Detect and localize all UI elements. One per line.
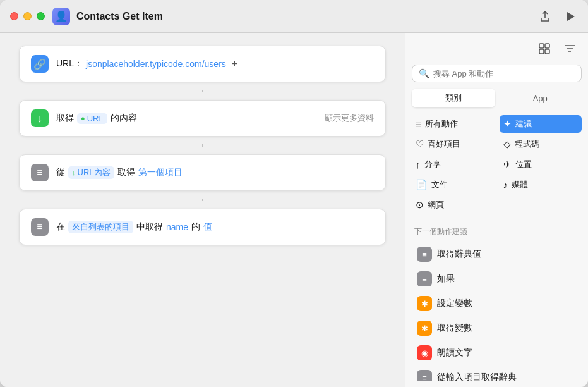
fetch-card-icon: ↓: [31, 109, 49, 127]
first-item-link[interactable]: 第一個項目: [138, 167, 183, 178]
library-button[interactable]: [535, 39, 554, 58]
suggestion-if[interactable]: ≡ 如果: [412, 267, 582, 291]
get-value-icon: ≡: [31, 218, 49, 236]
sug-get-dict-input-icon: ≡: [417, 370, 432, 381]
first-item-content: 從 ↓URL內容 取得 第一個項目: [56, 166, 374, 179]
right-panel: 🔍 類別 App ≡ 所有動作 ✦ 建議 ♡ 喜好: [405, 33, 588, 387]
title-actions: [537, 9, 578, 24]
cat-share[interactable]: ↑ 分享: [412, 156, 495, 173]
cat-share-label: 分享: [424, 159, 441, 170]
cat-favorites-icon: ♡: [416, 138, 424, 150]
suggestion-get-dict-input[interactable]: ≡ 從輸入項目取得辭典: [412, 366, 582, 381]
tab-app[interactable]: App: [499, 89, 582, 108]
svg-rect-2: [545, 44, 549, 48]
fetch-more-link[interactable]: 顯示更多資料: [325, 113, 374, 124]
cat-favorites[interactable]: ♡ 喜好項目: [412, 135, 495, 153]
sug-if-icon: ≡: [417, 271, 432, 286]
cat-location[interactable]: ✈ 位置: [500, 156, 582, 173]
sug-get-dict-icon: ≡: [417, 247, 432, 262]
minimize-button[interactable]: [23, 12, 32, 20]
sug-set-var-icon: ✱: [417, 296, 432, 311]
cat-scripts-icon: ◇: [503, 138, 511, 150]
cat-suggested-label: 建議: [515, 118, 532, 130]
maximize-button[interactable]: [37, 12, 45, 20]
svg-marker-0: [567, 12, 575, 21]
search-bar[interactable]: 🔍: [412, 64, 582, 82]
fetch-url-tag[interactable]: ●URL: [77, 113, 107, 124]
tab-row: 類別 App: [412, 89, 582, 108]
title-bar: 👤 Contacts Get Item: [0, 0, 588, 33]
fetch-card[interactable]: ↓ 取得 ●URL 的內容 顯示更多資料: [19, 100, 386, 137]
get-value-card[interactable]: ≡ 在 來自列表的項目 中取得 name 的 值: [19, 209, 386, 245]
sug-set-var-label: 設定變數: [437, 298, 472, 309]
get-value-link[interactable]: 值: [203, 221, 212, 233]
suggestion-list: ≡ 取得辭典值 ≡ 如果 ✱ 設定變數 ✱ 取得變數 ◉ 朗讀文字: [412, 242, 582, 381]
sug-get-dict-input-label: 從輸入項目取得辭典: [437, 372, 517, 381]
get-label-in: 在: [56, 221, 65, 233]
url-value[interactable]: jsonplaceholder.typicode.com/users: [86, 59, 226, 69]
cat-web[interactable]: ⊙ 網頁: [412, 196, 495, 214]
suggestion-set-var[interactable]: ✱ 設定變數: [412, 292, 582, 316]
fetch-card-content: 取得 ●URL 的內容: [56, 113, 317, 124]
sug-if-label: 如果: [437, 273, 455, 285]
get-label-mid: 中取得: [136, 221, 163, 233]
cat-suggested[interactable]: ✦ 建議: [500, 115, 582, 133]
cat-share-icon: ↑: [416, 159, 421, 170]
main-window: 👤 Contacts Get Item 🔗 URL：: [0, 0, 588, 387]
sug-get-var-icon: ✱: [417, 321, 432, 336]
cat-media[interactable]: ♪ 媒體: [500, 176, 582, 194]
fetch-label-after: 的內容: [111, 113, 137, 124]
url-plus[interactable]: +: [232, 58, 237, 70]
sug-get-var-label: 取得變數: [437, 322, 472, 334]
suggestion-speak[interactable]: ◉ 朗讀文字: [412, 341, 582, 365]
first-item-icon: ≡: [31, 164, 49, 181]
first-url-tag[interactable]: ↓URL內容: [68, 166, 114, 179]
close-button[interactable]: [10, 12, 18, 20]
play-button[interactable]: [563, 9, 578, 24]
svg-rect-3: [539, 49, 544, 54]
url-card-content: URL： jsonplaceholder.typicode.com/users …: [56, 58, 374, 70]
get-name-link[interactable]: name: [166, 222, 188, 232]
cat-documents-icon: 📄: [416, 179, 428, 190]
filter-button[interactable]: [560, 39, 579, 58]
cat-all-icon: ≡: [416, 119, 421, 130]
svg-rect-1: [539, 44, 544, 48]
suggestion-get-var[interactable]: ✱ 取得變數: [412, 316, 582, 340]
main-content: 🔗 URL： jsonplaceholder.typicode.com/user…: [0, 33, 588, 387]
cat-media-icon: ♪: [503, 180, 508, 190]
suggestion-get-dict[interactable]: ≡ 取得辭典值: [412, 242, 582, 266]
cat-favorites-label: 喜好項目: [428, 138, 460, 150]
app-icon: 👤: [52, 8, 70, 25]
cat-documents[interactable]: 📄 文件: [412, 176, 495, 194]
sug-speak-label: 朗讀文字: [437, 347, 472, 359]
share-button[interactable]: [537, 9, 553, 24]
url-card[interactable]: 🔗 URL： jsonplaceholder.typicode.com/user…: [19, 46, 386, 82]
traffic-lights: [10, 12, 45, 20]
cat-scripts[interactable]: ◇ 程式碼: [500, 135, 582, 153]
url-label: URL：: [56, 58, 83, 70]
fetch-label-before: 取得: [56, 113, 74, 124]
cat-suggested-icon: ✦: [503, 118, 512, 130]
svg-rect-4: [545, 49, 549, 54]
search-icon: 🔍: [419, 68, 429, 78]
first-label-from: 從: [56, 167, 65, 178]
search-input[interactable]: [433, 69, 575, 78]
cat-scripts-label: 程式碼: [515, 138, 539, 150]
cat-documents-label: 文件: [431, 179, 448, 190]
cat-web-icon: ⊙: [416, 199, 424, 211]
get-list-tag[interactable]: 來自列表的項目: [68, 221, 133, 233]
tab-category[interactable]: 類別: [412, 89, 495, 108]
first-label-get: 取得: [117, 167, 135, 178]
first-item-card[interactable]: ≡ 從 ↓URL內容 取得 第一個項目: [19, 154, 386, 191]
get-label-of: 的: [191, 221, 200, 233]
sug-get-dict-label: 取得辭典值: [437, 249, 481, 260]
right-panel-header: [412, 39, 582, 58]
cat-all-actions[interactable]: ≡ 所有動作: [412, 115, 495, 133]
section-title: 下一個動作建議: [414, 226, 582, 237]
category-grid: ≡ 所有動作 ✦ 建議 ♡ 喜好項目 ◇ 程式碼 ↑ 分享: [412, 115, 582, 214]
url-card-icon: 🔗: [31, 55, 49, 73]
cat-media-label: 媒體: [512, 179, 528, 190]
cat-web-label: 網頁: [428, 199, 444, 211]
sug-speak-icon: ◉: [417, 345, 432, 360]
cat-location-label: 位置: [515, 159, 532, 170]
